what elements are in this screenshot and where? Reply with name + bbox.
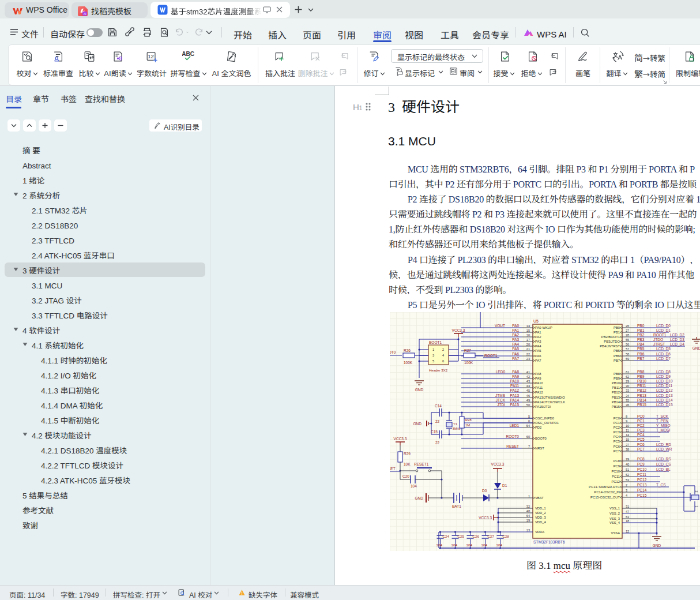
svg-text:PA10: PA10 (535, 381, 543, 385)
svg-text:10: 10 (626, 424, 629, 427)
svg-text:PA10: PA10 (510, 379, 520, 383)
svg-text:PA2: PA2 (512, 333, 519, 337)
svg-text:43: 43 (526, 380, 530, 383)
svg-text:PA3: PA3 (512, 337, 519, 342)
svg-text:PB5: PB5 (637, 347, 645, 351)
svg-text:LCD_D2: LCD_D2 (670, 333, 684, 337)
svg-text:VSS_3: VSS_3 (609, 517, 620, 520)
svg-text:ROOT0: ROOT0 (506, 434, 520, 438)
svg-text:OSC_OUT/PD1: OSC_OUT/PD1 (535, 421, 559, 425)
svg-text:PB14: PB14 (637, 398, 646, 402)
svg-text:LCD_D6: LCD_D6 (656, 352, 671, 357)
svg-text:VDD_4: VDD_4 (535, 520, 546, 524)
svg-text:35: 35 (626, 399, 629, 402)
svg-text:PB13: PB13 (637, 393, 646, 397)
svg-text:D1: D1 (502, 483, 507, 487)
svg-text:PB6: PB6 (614, 354, 620, 358)
svg-text:57: 57 (626, 347, 629, 351)
svg-text:VSS_4: VSS_4 (609, 521, 620, 524)
svg-text:VCC3.3: VCC3.3 (394, 437, 407, 441)
svg-text:40: 40 (626, 463, 629, 466)
svg-text:PB0: PB0 (614, 326, 620, 329)
svg-text:PA8: PA8 (512, 370, 519, 374)
svg-text:ABC: ABC (182, 51, 194, 57)
svg-text:12: 12 (626, 530, 629, 533)
svg-text:VDD_3: VDD_3 (535, 516, 546, 519)
svg-text:PB8: PB8 (614, 372, 620, 376)
svg-text:LCD_WR: LCD_WR (656, 447, 672, 452)
svg-text:1: 1 (432, 348, 434, 351)
svg-text:RESET: RESET (390, 467, 396, 471)
svg-text:ROOT1: ROOT1 (653, 333, 667, 337)
svg-text:21: 21 (526, 347, 530, 351)
svg-text:27: 27 (626, 329, 629, 332)
svg-text:59: 59 (626, 357, 629, 361)
svg-text:PA2: PA2 (535, 335, 541, 339)
svg-text:LCD_D15: LCD_D15 (656, 403, 673, 407)
svg-text:PA15: PA15 (510, 403, 520, 407)
svg-text:LCD_RD: LCD_RD (656, 442, 671, 447)
svg-text:53: 53 (626, 478, 629, 482)
svg-text:PC13-TAMPER-RTC: PC13-TAMPER-RTC (589, 485, 620, 489)
svg-text:PC5: PC5 (637, 437, 645, 441)
svg-text:63: 63 (626, 515, 629, 519)
svg-text:5: 5 (528, 415, 530, 418)
svg-text:31: 31 (626, 505, 629, 508)
svg-text:LCD_D10: LCD_D10 (656, 379, 673, 384)
svg-text:LCD_D4: LCD_D4 (670, 342, 684, 347)
svg-text:1: 1 (528, 494, 530, 498)
svg-text:R27: R27 (464, 348, 471, 352)
svg-text:PC0: PC0 (637, 414, 645, 418)
svg-text:PB15: PB15 (637, 403, 646, 407)
svg-text:U5: U5 (533, 319, 539, 323)
svg-text:PC6: PC6 (614, 445, 620, 448)
svg-text:36: 36 (626, 403, 629, 407)
svg-text:T_CS: T_CS (656, 483, 666, 487)
svg-text:PA9: PA9 (512, 374, 519, 378)
svg-text:2: 2 (442, 348, 444, 351)
svg-text:58: 58 (626, 352, 629, 356)
svg-text:BAT1: BAT1 (452, 504, 461, 508)
svg-text:PC11: PC11 (637, 472, 646, 477)
svg-text:JTMS: JTMS (495, 393, 506, 397)
svg-text:PA13: PA13 (510, 393, 520, 397)
svg-text:LCD_BL: LCD_BL (656, 467, 671, 472)
svg-text:PA6: PA6 (535, 354, 541, 358)
svg-text:13: 13 (526, 528, 530, 532)
svg-text:52: 52 (626, 473, 629, 477)
svg-text:T_SCK: T_SCK (656, 414, 669, 419)
svg-text:62: 62 (626, 375, 629, 378)
svg-text:41: 41 (526, 370, 530, 374)
svg-text:PA4: PA4 (535, 344, 541, 348)
svg-text:PB6: PB6 (637, 352, 645, 356)
svg-text:16: 16 (526, 333, 530, 337)
svg-text:PC8: PC8 (637, 457, 645, 461)
svg-text:VOUT: VOUT (495, 324, 505, 328)
svg-text:20: 20 (526, 343, 530, 346)
svg-text:PB10: PB10 (637, 379, 646, 383)
svg-text:49: 49 (526, 399, 530, 402)
svg-text:PA11: PA11 (510, 384, 519, 388)
svg-text:Y1: Y1 (453, 422, 457, 426)
svg-text:PC8: PC8 (614, 459, 620, 463)
svg-text:PC14-OSC32_IN: PC14-OSC32_IN (594, 490, 620, 494)
svg-text:PB13: PB13 (612, 396, 620, 399)
svg-text:VCC3.3: VCC3.3 (491, 462, 505, 466)
svg-text:5: 5 (432, 359, 434, 363)
svg-text:PC13: PC13 (637, 483, 647, 487)
svg-text:VDD_1: VDD_1 (535, 507, 546, 510)
svg-text:PA4: PA4 (512, 342, 519, 346)
svg-text:15: 15 (626, 438, 629, 441)
svg-text:R28: R28 (465, 418, 472, 422)
svg-text:PC10: PC10 (611, 470, 620, 473)
svg-text:ROOT1: ROOT1 (484, 354, 498, 358)
svg-text:GND: GND (415, 388, 424, 392)
svg-text:PB1: PB1 (614, 331, 620, 334)
svg-text:14: 14 (526, 324, 530, 328)
svg-text:PA7: PA7 (535, 359, 541, 362)
svg-text:PC1: PC1 (614, 421, 620, 425)
svg-text:PC14: PC14 (637, 488, 647, 492)
svg-text:T_PEN: T_PEN (656, 419, 668, 423)
svg-text:PC4: PC4 (614, 435, 620, 438)
svg-text:T_MOSI: T_MOSI (656, 428, 670, 433)
